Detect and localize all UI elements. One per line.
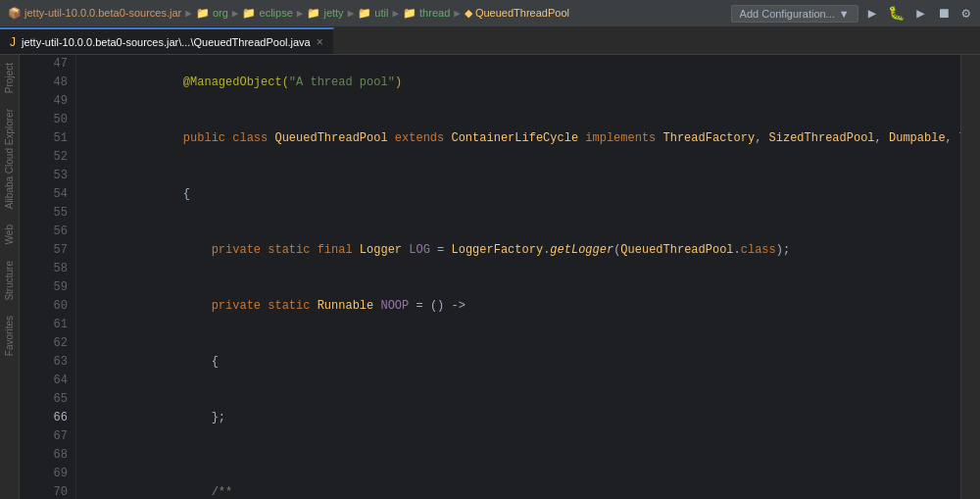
code-line-55: /** (84, 465, 960, 499)
line-num-57: 57 (43, 241, 68, 260)
breadcrumb-class[interactable]: ◆ QueuedThreadPool (465, 7, 569, 20)
sidebar-item-structure[interactable]: Structure (2, 253, 17, 309)
line-num-67: 67 (43, 427, 68, 446)
settings-button[interactable]: ⚙ (960, 3, 972, 24)
line-num-60: 60 (43, 297, 68, 316)
sidebar-item-project[interactable]: Project (2, 55, 17, 101)
line-num-63: 63 (43, 353, 68, 372)
line-num-68: 68 (43, 446, 68, 465)
stop-button[interactable]: ⏹ (935, 4, 953, 24)
nav-right-actions: Add Configuration... ▼ ▶ 🐛 ▶ ⏹ ⚙ (731, 3, 972, 24)
line-num-70: 70 (43, 483, 68, 499)
debug-button[interactable]: 🐛 (886, 3, 906, 24)
code-content: @ManagedObject("A thread pool") public c… (76, 55, 960, 499)
tab-queued-thread-pool[interactable]: J jetty-util-10.0.0.beta0-sources.jar\..… (0, 27, 334, 54)
left-side-panel: Project Alibaba Cloud Explorer Web Struc… (0, 55, 20, 499)
breadcrumb-thread[interactable]: 📁 thread (403, 7, 450, 20)
line-num-54: 54 (43, 185, 68, 204)
right-side-panel (960, 55, 980, 499)
line-num-64: 64 (43, 372, 68, 390)
tab-label: jetty-util-10.0.0.beta0-sources.jar\...\… (22, 36, 311, 48)
dropdown-chevron-icon: ▼ (839, 8, 850, 20)
breadcrumb-util[interactable]: 📁 util (358, 7, 388, 20)
line-num-51: 51 (43, 129, 68, 148)
code-container: 47 48 49 50 51 52 53 54 55 56 57 58 59 6… (20, 55, 960, 499)
line-num-66: 66 (43, 409, 68, 427)
breakpoint-gutter (20, 55, 35, 499)
code-line-51: private static Runnable NOOP = () -> (84, 278, 960, 334)
breadcrumb-eclipse[interactable]: 📁 eclipse (242, 7, 292, 20)
code-editor[interactable]: 47 48 49 50 51 52 53 54 55 56 57 58 59 6… (20, 55, 960, 499)
sidebar-item-cloud-explorer[interactable]: Alibaba Cloud Explorer (2, 101, 17, 217)
line-numbers: 47 48 49 50 51 52 53 54 55 56 57 58 59 6… (35, 55, 76, 499)
tab-bar: J jetty-util-10.0.0.beta0-sources.jar\..… (0, 27, 980, 55)
java-file-icon: J (10, 35, 16, 49)
line-num-56: 56 (43, 223, 68, 241)
line-num-49: 49 (43, 92, 68, 111)
sidebar-item-favorites[interactable]: Favorites (2, 308, 17, 364)
breadcrumb: 📦 jetty-util-10.0.0.beta0-sources.jar ▶ … (8, 7, 725, 20)
line-num-53: 53 (43, 167, 68, 185)
code-line-49: { (84, 167, 960, 223)
breadcrumb-jar[interactable]: 📦 jetty-util-10.0.0.beta0-sources.jar (8, 7, 181, 20)
run-with-coverage-button[interactable]: ▶ (914, 3, 926, 24)
line-num-50: 50 (43, 111, 68, 129)
code-line-52: { (84, 334, 960, 390)
sidebar-item-web[interactable]: Web (2, 217, 17, 252)
main-content: Project Alibaba Cloud Explorer Web Struc… (0, 55, 980, 499)
code-line-50: private static final Logger LOG = Logger… (84, 223, 960, 278)
tab-close-button[interactable]: × (317, 35, 323, 49)
breadcrumb-org[interactable]: 📁 org (196, 7, 228, 20)
line-num-58: 58 (43, 260, 68, 278)
line-num-62: 62 (43, 334, 68, 353)
run-button[interactable]: ▶ (866, 3, 878, 24)
add-configuration-button[interactable]: Add Configuration... ▼ (731, 5, 858, 23)
line-num-61: 61 (43, 316, 68, 334)
add-config-label: Add Configuration... (740, 8, 835, 20)
line-num-65: 65 (43, 390, 68, 409)
line-num-48: 48 (43, 74, 68, 92)
breadcrumb-jetty[interactable]: 📁 jetty (307, 7, 343, 20)
line-num-69: 69 (43, 465, 68, 483)
line-num-59: 59 (43, 278, 68, 297)
top-nav-bar: 📦 jetty-util-10.0.0.beta0-sources.jar ▶ … (0, 0, 980, 27)
code-line-53: }; (84, 390, 960, 446)
line-num-47: 47 (43, 55, 68, 74)
line-num-52: 52 (43, 148, 68, 167)
code-line-47: @ManagedObject("A thread pool") (84, 55, 960, 111)
code-line-54 (84, 446, 960, 465)
line-num-55: 55 (43, 204, 68, 223)
code-line-48: public class QueuedThreadPool extends Co… (84, 111, 960, 167)
